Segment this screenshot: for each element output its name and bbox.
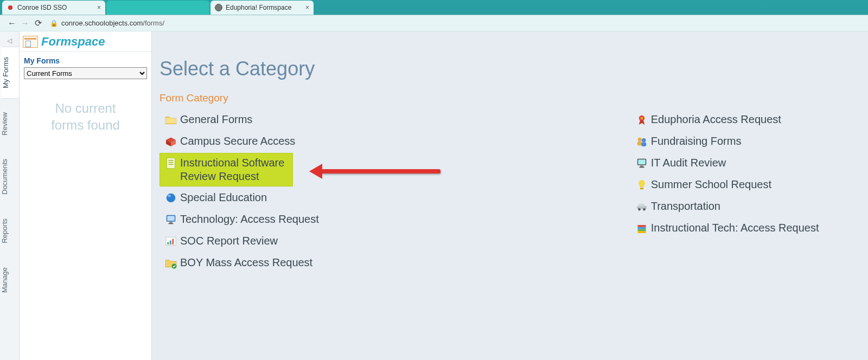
browser-tab-strip: Conroe ISD SSO × Eduphoria! Formspace × — [0, 0, 868, 15]
svg-rect-30 — [637, 225, 646, 227]
category-label: Campus Secure Access — [180, 134, 295, 148]
svg-rect-8 — [169, 222, 173, 223]
category-item[interactable]: Fundraising Forms — [630, 131, 857, 152]
svg-rect-23 — [640, 166, 643, 167]
svg-rect-22 — [638, 159, 646, 164]
svg-point-16 — [640, 117, 643, 120]
category-columns: General FormsCampus Secure AccessInstruc… — [159, 108, 857, 274]
category-label: Eduphoria Access Request — [651, 113, 781, 126]
svg-rect-0 — [167, 158, 175, 169]
category-label: Summer School Request — [651, 178, 771, 191]
empty-state: No current forms found — [20, 85, 151, 149]
collapse-sidebar-icon[interactable]: ◁ — [7, 37, 12, 44]
main-content: Select a Category Form Category General … — [152, 31, 868, 360]
side-tab-reports[interactable]: Reports — [0, 208, 19, 254]
svg-rect-32 — [637, 229, 646, 232]
tab-favicon-icon — [215, 4, 222, 11]
category-item[interactable]: IT Audit Review — [630, 153, 857, 173]
left-pane-heading: My Forms — [20, 52, 151, 67]
back-button[interactable]: ← — [5, 18, 18, 28]
category-item[interactable]: Eduphoria Access Request — [630, 110, 857, 130]
ribbon-icon — [634, 113, 650, 127]
url-text: conroe.schoolobjects.com/forms/ — [61, 19, 164, 27]
browser-tab-active[interactable]: Eduphoria! Formspace × — [210, 1, 314, 15]
address-bar[interactable]: 🔒 conroe.schoolobjects.com/forms/ — [50, 19, 863, 27]
svg-rect-11 — [167, 242, 169, 245]
chart-icon — [163, 234, 179, 248]
category-column: General FormsCampus Secure AccessInstruc… — [159, 108, 462, 274]
category-item[interactable]: General Forms — [159, 110, 462, 130]
tab-favicon-icon — [7, 4, 14, 11]
category-item[interactable]: SOC Report Review — [159, 231, 462, 252]
svg-rect-12 — [170, 241, 171, 245]
people-icon — [634, 134, 650, 149]
tab-title: Conroe ISD SSO — [17, 4, 67, 11]
svg-rect-9 — [169, 223, 174, 224]
svg-rect-7 — [167, 216, 175, 221]
tab-close-icon[interactable]: × — [305, 4, 309, 11]
svg-rect-25 — [640, 188, 643, 189]
svg-rect-20 — [641, 143, 646, 147]
bulb-icon — [634, 178, 650, 192]
category-item[interactable]: Transportation — [630, 196, 857, 217]
category-label: Transportation — [651, 200, 720, 213]
svg-point-18 — [642, 138, 646, 143]
tab-close-icon[interactable]: × — [97, 4, 101, 11]
monitor-icon — [163, 213, 179, 227]
app-shell: ◁ My Forms Review Documents Reports Mana… — [0, 31, 868, 360]
category-item[interactable]: Summer School Request — [630, 175, 857, 195]
svg-point-29 — [643, 208, 646, 211]
formspace-logo-icon — [23, 36, 38, 48]
category-label: Special Education — [180, 191, 267, 204]
side-tab-review[interactable]: Review — [0, 102, 19, 146]
category-label: General Forms — [180, 113, 252, 126]
brand-row: Formspace — [20, 31, 151, 52]
category-label: Instructional Tech: Access Request — [651, 221, 819, 235]
car-icon — [634, 200, 650, 214]
category-item[interactable]: Instructional Tech: Access Request — [630, 218, 857, 239]
category-label: BOY Mass Access Request — [180, 256, 312, 269]
svg-rect-24 — [639, 167, 644, 168]
books-icon — [634, 221, 650, 235]
browser-toolbar: ← → ⟳ 🔒 conroe.schoolobjects.com/forms/ — [0, 15, 868, 31]
section-title: Form Category — [159, 92, 857, 104]
side-tab-documents[interactable]: Documents — [0, 149, 19, 205]
tab-title: Eduphoria! Formspace — [226, 4, 291, 11]
svg-point-4 — [167, 194, 176, 203]
empty-state-line: No current — [25, 100, 146, 117]
forms-filter-select[interactable]: Current Forms — [24, 67, 147, 79]
lock-icon: 🔒 — [50, 20, 58, 27]
page-title: Select a Category — [159, 57, 857, 80]
browser-chrome: Conroe ISD SSO × Eduphoria! Formspace × … — [0, 0, 868, 31]
category-item[interactable]: Technology: Access Request — [159, 209, 462, 230]
category-label: Instructional Software Review Request — [180, 156, 289, 183]
box-red-icon — [163, 134, 179, 149]
browser-tab[interactable]: Conroe ISD SSO × — [2, 1, 105, 15]
category-item[interactable]: Instructional Software Review Request — [159, 153, 293, 187]
reload-button[interactable]: ⟳ — [31, 18, 44, 28]
svg-rect-13 — [172, 239, 174, 245]
side-tab-my-forms[interactable]: My Forms — [1, 47, 20, 99]
monitor2-icon — [634, 156, 650, 170]
svg-point-5 — [168, 195, 171, 197]
category-item[interactable]: Special Education — [159, 188, 462, 208]
category-item[interactable]: Campus Secure Access — [159, 131, 462, 152]
browser-tab[interactable] — [106, 1, 209, 15]
folder-check-icon — [163, 256, 179, 270]
svg-rect-27 — [639, 204, 644, 207]
category-item[interactable]: BOY Mass Access Request — [159, 253, 462, 273]
category-label: IT Audit Review — [651, 156, 726, 170]
brand-text: Formspace — [41, 35, 105, 49]
left-pane: Formspace My Forms Current Forms No curr… — [20, 31, 152, 360]
sphere-blue-icon — [163, 191, 179, 205]
side-tab-strip: ◁ My Forms Review Documents Reports Mana… — [0, 31, 20, 360]
folder-icon — [163, 113, 179, 127]
category-label: Technology: Access Request — [180, 213, 319, 226]
category-label: Fundraising Forms — [651, 134, 742, 148]
forward-button[interactable]: → — [18, 18, 31, 28]
category-column: Eduphoria Access RequestFundraising Form… — [630, 108, 857, 274]
svg-rect-33 — [637, 231, 646, 233]
empty-state-line: forms found — [25, 117, 146, 133]
category-label: SOC Report Review — [180, 234, 278, 248]
side-tab-manage[interactable]: Manage — [0, 257, 19, 303]
